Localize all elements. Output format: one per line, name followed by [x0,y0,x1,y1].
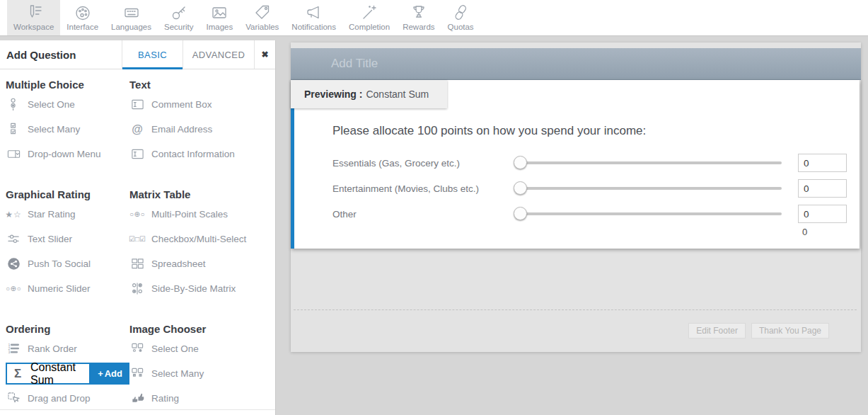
question-type-numeric-slider[interactable]: ○⊕○Numeric Slider [6,276,129,301]
section-heading: Text [129,78,270,92]
question-type-rating[interactable]: Rating [129,386,270,411]
keyboard-icon [122,3,141,22]
question-type-select-many[interactable]: Select Many [6,117,129,142]
comment-box-icon [129,98,145,111]
spreadsheet-icon [129,257,145,271]
points-input[interactable] [798,179,847,198]
slider-thumb[interactable] [514,156,527,169]
section-heading: Matrix Table [129,188,270,202]
megaphone-icon [305,3,323,22]
row-label: Entertainment (Movies, Clubs etc.) [332,183,515,194]
tab-advanced[interactable]: ADVANCED [183,40,254,69]
constant-sum-row-essentials-gas-grocery-etc: Essentials (Gas, Grocery etc.) [332,150,847,176]
question-type-side-by-side-matrix[interactable]: Side-By-Side Matrix [129,276,270,301]
previewing-label: Previewing : [304,89,362,100]
points-slider[interactable] [515,187,782,190]
question-type-multi-point-scales[interactable]: ○⊕○Multi-Point Scales [129,202,270,227]
question-type-drag-and-drop[interactable]: Drag and Drop [6,386,129,411]
chain-links-icon [451,3,470,22]
top-toolbar: WorkspaceInterfaceLanguagesSecurityImage… [0,0,868,36]
question-type-email-address[interactable]: @Email Address [129,117,270,142]
question-type-label: Email Address [151,124,212,135]
points-input[interactable] [798,205,847,223]
toolbar-item-completion[interactable]: Completion [342,0,396,35]
multi-point-scales-icon: ○⊕○ [129,210,145,218]
toolbar-item-label: Completion [349,23,390,31]
thumbs-rating-icon [129,392,145,405]
question-type-label: Numeric Slider [28,283,91,294]
wand-icon [360,3,378,22]
question-type-label: Rank Order [28,343,77,354]
checkbox-list-icon [6,123,21,136]
question-type-text-slider[interactable]: Text Slider [6,227,129,251]
points-slider[interactable] [515,212,782,215]
question-type-rank-order[interactable]: 123Rank Order [6,336,129,361]
add-question-button[interactable]: +Add [91,363,129,385]
tab-basic[interactable]: BASIC [122,40,183,69]
slider-thumb[interactable] [514,207,527,220]
toolbar-item-label: Interface [66,23,98,31]
side-by-side-icon [129,282,145,295]
toolbar-item-label: Workspace [13,23,54,31]
image-icon [210,3,228,22]
thank-you-page-button[interactable]: Thank You Page [751,323,829,339]
constant-sum-row-entertainment-movies-clubs-etc: Entertainment (Movies, Clubs etc.) [332,176,847,201]
constant-sum-row-other: Other [332,201,847,227]
section-ordering: Ordering123Rank OrderΣConstant Sum+AddDr… [6,314,129,411]
row-label: Other [332,209,515,220]
panel-tabs: BASICADVANCED [122,40,254,69]
text-slider-icon [6,232,21,246]
star-rating-icon: ★☆ [6,210,21,220]
question-type-label: Drop-down Menu [28,149,101,159]
tag-icon [253,3,272,22]
points-input[interactable] [798,154,847,172]
toolbar-item-notifications[interactable]: Notifications [285,0,342,35]
question-type-label: Star Rating [28,209,76,220]
question-type-label: Checkbox/Multi-Select [151,234,246,244]
key-icon [170,3,188,22]
question-type-comment-box[interactable]: Comment Box [129,92,270,117]
question-type-select-one[interactable]: Select One [129,336,270,361]
toolbar-item-images[interactable]: Images [200,0,240,35]
question-type-label: Drag and Drop [28,393,91,404]
question-type-checkbox-multi-select[interactable]: ☑□☑Checkbox/Multi-Select [129,227,270,251]
panel-title: Add Question [0,40,122,69]
toolbar-item-variables[interactable]: Variables [239,0,285,35]
survey-preview-region: Add Title Previewing : Constant Sum Plea… [291,42,861,352]
add-title-field[interactable]: Add Title [291,48,861,80]
question-type-contact-information[interactable]: Contact Information [129,142,270,166]
slider-thumb[interactable] [514,181,527,195]
at-icon: @ [129,123,145,136]
question-type-spreadsheet[interactable]: Spreadsheet [129,251,270,276]
toolbar-item-interface[interactable]: Interface [60,0,105,35]
edit-footer-button[interactable]: Edit Footer [688,323,746,339]
question-type-drop-down-menu[interactable]: Drop-down Menu [6,142,129,166]
question-type-push-to-social[interactable]: Push To Social [6,251,129,276]
question-type-label: Contact Information [151,149,235,159]
toolbar-item-label: Quotas [448,23,474,31]
toolbar-item-workspace[interactable]: Workspace [7,0,60,35]
question-type-label: Side-By-Side Matrix [151,283,236,294]
dropdown-icon [6,147,21,161]
toolbar-item-rewards[interactable]: Rewards [396,0,441,35]
toolbar-item-label: Languages [111,23,151,31]
row-label: Essentials (Gas, Grocery etc.) [332,158,515,169]
toolbar-item-quotas[interactable]: Quotas [441,0,480,35]
question-type-constant-sum-selected: ΣConstant Sum+Add [6,361,129,386]
question-type-label: Text Slider [28,234,72,244]
question-type-select-one[interactable]: Select One [6,92,129,117]
constant-sum-rows: Essentials (Gas, Grocery etc.)Entertainm… [332,150,847,227]
question-type-constant-sum[interactable]: ΣConstant Sum [6,363,91,385]
plus-icon: + [98,368,103,379]
toolbar-item-languages[interactable]: Languages [105,0,158,35]
close-icon[interactable]: ✖ [254,40,275,69]
section-heading: Graphical Rating [6,188,129,202]
question-type-star-rating[interactable]: ★☆Star Rating [6,202,129,227]
points-slider[interactable] [515,161,782,164]
push-to-social-icon [6,257,21,271]
add-question-panel: Add Question BASICADVANCED ✖ Multiple Ch… [0,40,276,415]
question-type-select-many[interactable]: Select Many [129,361,270,386]
rank-order-icon: 123 [6,342,21,356]
section-graphical-rating: Graphical Rating★☆Star RatingText Slider… [6,179,129,301]
toolbar-item-security[interactable]: Security [158,0,200,35]
